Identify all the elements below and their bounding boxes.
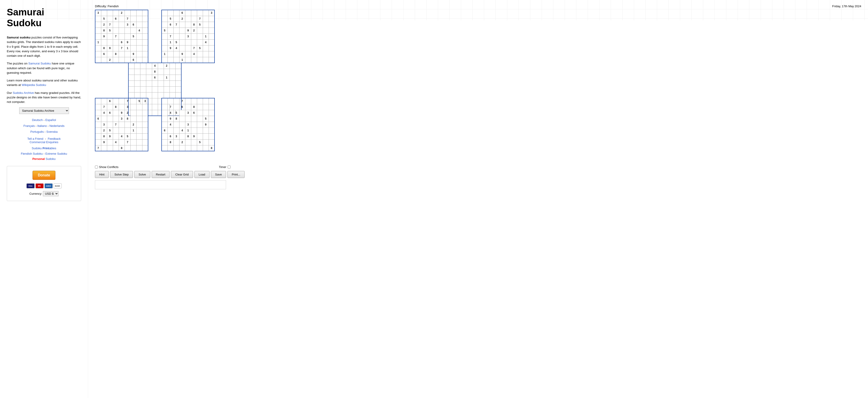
description-para4: Our Sudoku Archive has many graded puzzl… bbox=[7, 91, 81, 104]
print-button[interactable]: Print... bbox=[227, 171, 245, 178]
show-conflicts-text: Show Conflicts bbox=[99, 165, 119, 169]
lang-nederlands[interactable]: Nederlands bbox=[50, 124, 65, 127]
wikipedia-link[interactable]: Wikipedia Sudoku bbox=[22, 83, 46, 87]
lang-espanol[interactable]: Español bbox=[45, 118, 56, 122]
clear-grid-button[interactable]: Clear Grid bbox=[171, 171, 193, 178]
lang-svenska[interactable]: Svenska bbox=[46, 130, 58, 133]
solve-button[interactable]: Solve bbox=[134, 171, 150, 178]
lang-italiano[interactable]: Italiano bbox=[37, 124, 47, 127]
controls-row: Show Conflicts Timer bbox=[95, 165, 230, 169]
amex-icon: AMEX bbox=[44, 183, 53, 188]
description-para3: Learn more about sudoku samurai and othe… bbox=[7, 78, 81, 88]
sudoku-printables-link[interactable]: Sudoku Printables bbox=[32, 147, 56, 150]
save-button[interactable]: Save bbox=[211, 171, 226, 178]
difficulty-label: Difficulty: Fiendish bbox=[95, 4, 119, 8]
currency-row: Currency: USD $ EUR € GBP £ bbox=[11, 191, 76, 196]
description-para2: The puzzles on Samurai Sudoku have one u… bbox=[7, 61, 81, 75]
samurai-grid-area: 325672736854975169897168926 635276785592… bbox=[95, 10, 230, 163]
grid-top-right[interactable]: 63527678559273115494751941 bbox=[161, 10, 215, 63]
bank-icon: BANK bbox=[54, 183, 62, 188]
mastercard-icon: MC bbox=[35, 183, 43, 188]
game-links: Sudoku Printables Fiendish Sudoku - Extr… bbox=[7, 146, 81, 161]
donate-button[interactable]: Donate bbox=[33, 171, 55, 180]
button-row: Hint Solve Step Solve Restart Clear Grid… bbox=[95, 171, 861, 178]
tell-a-friend-link[interactable]: Tell a Friend bbox=[27, 137, 43, 141]
solve-step-button[interactable]: Solve Step bbox=[110, 171, 133, 178]
lang-francais[interactable]: Français bbox=[24, 124, 35, 127]
archive-select[interactable]: Samurai Sudoku Archive bbox=[19, 108, 69, 114]
show-conflicts-checkbox[interactable] bbox=[95, 165, 98, 169]
timer-text: Timer bbox=[219, 165, 226, 169]
donate-box: Donate VISA MC AMEX BANK Currency: USD $… bbox=[7, 166, 81, 201]
description-para1: Samurai sudoku puzzles consist of five o… bbox=[7, 35, 81, 58]
hint-button[interactable]: Hint bbox=[95, 171, 109, 178]
page-title: Samurai Sudoku bbox=[7, 7, 81, 29]
currency-select[interactable]: USD $ EUR € GBP £ bbox=[43, 191, 59, 196]
extreme-sudoku-link[interactable]: Extreme Sudoku bbox=[45, 152, 67, 155]
message-box bbox=[95, 180, 226, 189]
currency-label: Currency: bbox=[29, 192, 42, 195]
card-icons: VISA MC AMEX BANK bbox=[11, 183, 76, 188]
sudoku-link2[interactable]: Sudoku bbox=[46, 157, 56, 160]
personal-link[interactable]: Personal bbox=[32, 157, 45, 160]
commercial-link[interactable]: Commercial Enquiries bbox=[30, 141, 58, 144]
show-conflicts-label[interactable]: Show Conflicts bbox=[95, 165, 119, 169]
restart-button[interactable]: Restart bbox=[152, 171, 170, 178]
timer-checkbox[interactable] bbox=[228, 165, 230, 169]
utility-links: Tell a Friend - Feedback Commercial Enqu… bbox=[7, 137, 81, 144]
sudoku-archive-link[interactable]: Sudoku Archive bbox=[13, 91, 34, 94]
puzzle-header: Difficulty: Fiendish Friday, 17th May 20… bbox=[95, 4, 861, 8]
feedback-link[interactable]: Feedback bbox=[48, 137, 61, 141]
samurai-sudoku-link[interactable]: Samurai Sudoku bbox=[28, 62, 51, 65]
fiendish-sudoku-link[interactable]: Fiendish Sudoku bbox=[21, 152, 43, 155]
language-links: Deutsch - Español Français - Italiano - … bbox=[7, 117, 81, 135]
date-label: Friday, 17th May 2024 bbox=[832, 4, 861, 8]
grid-bottom-right[interactable]: 7768453698543964163898258 bbox=[161, 98, 215, 151]
lang-portugues[interactable]: Português bbox=[30, 130, 43, 133]
lang-deutsch[interactable]: Deutsch bbox=[32, 118, 43, 122]
grid-top-left[interactable]: 325672736854975169897168926 bbox=[95, 10, 148, 63]
grid-bottom-left[interactable]: 67537834692638372251894594778 bbox=[95, 98, 148, 151]
load-button[interactable]: Load bbox=[194, 171, 210, 178]
visa-icon: VISA bbox=[26, 183, 35, 188]
